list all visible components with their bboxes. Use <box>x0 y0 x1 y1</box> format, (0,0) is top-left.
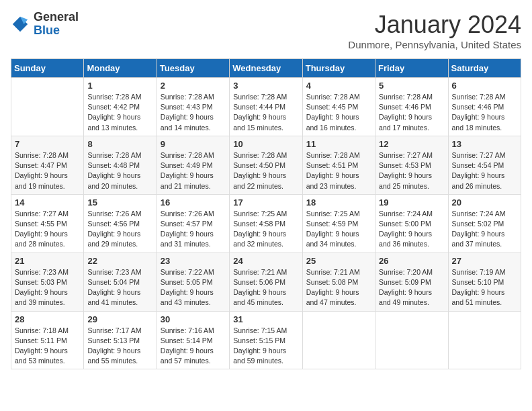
sunrise: Sunrise: 7:25 AM <box>306 210 360 218</box>
sunrise: Sunrise: 7:28 AM <box>233 151 287 159</box>
daylight: Daylight: 9 hours and 25 minutes. <box>379 171 432 189</box>
week-row-4: 28 Sunrise: 7:18 AM Sunset: 5:11 PM Dayl… <box>11 311 521 369</box>
sunrise: Sunrise: 7:16 AM <box>161 326 214 334</box>
day-number: 20 <box>452 197 517 208</box>
day-number: 3 <box>233 81 298 91</box>
cell-info: Sunrise: 7:28 AM Sunset: 4:50 PM Dayligh… <box>233 150 298 191</box>
daylight: Daylight: 9 hours and 13 minutes. <box>87 113 140 131</box>
cell-info: Sunrise: 7:23 AM Sunset: 5:04 PM Dayligh… <box>87 267 152 308</box>
day-number: 19 <box>379 197 444 208</box>
sunrise: Sunrise: 7:25 AM <box>233 210 287 218</box>
calendar-cell: 29 Sunrise: 7:17 AM Sunset: 5:13 PM Dayl… <box>84 311 157 369</box>
day-number: 17 <box>233 197 298 208</box>
daylight: Daylight: 9 hours and 22 minutes. <box>233 171 286 189</box>
calendar-cell: 3 Sunrise: 7:28 AM Sunset: 4:44 PM Dayli… <box>230 78 302 136</box>
weekday-header-monday: Monday <box>84 59 157 78</box>
sunset: Sunset: 4:48 PM <box>87 161 140 169</box>
cell-info: Sunrise: 7:28 AM Sunset: 4:44 PM Dayligh… <box>233 92 298 133</box>
day-number: 5 <box>379 81 444 91</box>
sunset: Sunset: 5:08 PM <box>306 278 359 286</box>
cell-info: Sunrise: 7:25 AM Sunset: 4:58 PM Dayligh… <box>233 209 298 250</box>
calendar-cell: 20 Sunrise: 7:24 AM Sunset: 5:02 PM Dayl… <box>448 194 521 253</box>
day-number: 22 <box>87 256 152 266</box>
calendar-cell: 22 Sunrise: 7:23 AM Sunset: 5:04 PM Dayl… <box>84 253 157 311</box>
week-row-3: 21 Sunrise: 7:23 AM Sunset: 5:03 PM Dayl… <box>11 253 521 311</box>
cell-info: Sunrise: 7:27 AM Sunset: 4:54 PM Dayligh… <box>452 150 517 191</box>
calendar-cell: 23 Sunrise: 7:22 AM Sunset: 5:05 PM Dayl… <box>157 253 229 311</box>
calendar-cell: 17 Sunrise: 7:25 AM Sunset: 4:58 PM Dayl… <box>230 194 302 253</box>
sunset: Sunset: 5:10 PM <box>452 278 504 286</box>
sunrise: Sunrise: 7:19 AM <box>452 268 506 276</box>
daylight: Daylight: 9 hours and 21 minutes. <box>161 171 214 189</box>
day-number: 13 <box>452 139 517 149</box>
calendar-cell <box>11 78 84 136</box>
calendar-cell: 25 Sunrise: 7:21 AM Sunset: 5:08 PM Dayl… <box>302 253 375 311</box>
location: Dunmore, Pennsylvania, United States <box>348 39 521 50</box>
day-number: 21 <box>15 256 80 266</box>
cell-info: Sunrise: 7:27 AM Sunset: 4:55 PM Dayligh… <box>15 209 80 250</box>
cell-info: Sunrise: 7:17 AM Sunset: 5:13 PM Dayligh… <box>87 326 152 367</box>
title-block: January 2024 Dunmore, Pennsylvania, Unit… <box>348 11 521 50</box>
cell-info: Sunrise: 7:19 AM Sunset: 5:10 PM Dayligh… <box>452 267 517 308</box>
daylight: Daylight: 9 hours and 43 minutes. <box>161 288 214 306</box>
logo-text: General Blue <box>34 11 79 38</box>
cell-info: Sunrise: 7:21 AM Sunset: 5:08 PM Dayligh… <box>306 267 371 308</box>
sunset: Sunset: 5:06 PM <box>233 278 285 286</box>
sunset: Sunset: 4:49 PM <box>161 161 213 169</box>
cell-info: Sunrise: 7:28 AM Sunset: 4:46 PM Dayligh… <box>452 92 517 133</box>
calendar-cell <box>448 311 521 369</box>
sunrise: Sunrise: 7:24 AM <box>379 210 433 218</box>
calendar-cell: 14 Sunrise: 7:27 AM Sunset: 4:55 PM Dayl… <box>11 194 84 253</box>
calendar-cell: 2 Sunrise: 7:28 AM Sunset: 4:43 PM Dayli… <box>157 78 229 136</box>
day-number: 4 <box>306 81 371 91</box>
day-number: 12 <box>379 139 444 149</box>
daylight: Daylight: 9 hours and 15 minutes. <box>233 113 286 131</box>
sunset: Sunset: 5:02 PM <box>452 220 504 228</box>
logo-general: General <box>34 11 79 24</box>
day-number: 2 <box>161 81 226 91</box>
sunrise: Sunrise: 7:28 AM <box>15 151 69 159</box>
cell-info: Sunrise: 7:28 AM Sunset: 4:46 PM Dayligh… <box>379 92 444 133</box>
sunset: Sunset: 4:57 PM <box>161 220 213 228</box>
day-number: 6 <box>452 81 517 91</box>
daylight: Daylight: 9 hours and 36 minutes. <box>379 230 432 248</box>
logo: General Blue <box>11 11 79 38</box>
sunrise: Sunrise: 7:28 AM <box>233 93 287 101</box>
sunset: Sunset: 4:47 PM <box>15 161 67 169</box>
calendar-cell: 6 Sunrise: 7:28 AM Sunset: 4:46 PM Dayli… <box>448 78 521 136</box>
cell-info: Sunrise: 7:21 AM Sunset: 5:06 PM Dayligh… <box>233 267 298 308</box>
calendar-cell: 7 Sunrise: 7:28 AM Sunset: 4:47 PM Dayli… <box>11 136 84 194</box>
day-number: 7 <box>15 139 80 149</box>
daylight: Daylight: 9 hours and 17 minutes. <box>379 113 432 131</box>
calendar-cell: 15 Sunrise: 7:26 AM Sunset: 4:56 PM Dayl… <box>84 194 157 253</box>
daylight: Daylight: 9 hours and 47 minutes. <box>306 288 359 306</box>
sunset: Sunset: 4:46 PM <box>452 103 504 111</box>
sunrise: Sunrise: 7:21 AM <box>306 268 360 276</box>
sunrise: Sunrise: 7:28 AM <box>87 93 141 101</box>
daylight: Daylight: 9 hours and 32 minutes. <box>233 230 286 248</box>
daylight: Daylight: 9 hours and 26 minutes. <box>452 171 505 189</box>
sunset: Sunset: 5:14 PM <box>161 336 213 345</box>
day-number: 14 <box>15 197 80 208</box>
calendar-cell: 11 Sunrise: 7:28 AM Sunset: 4:51 PM Dayl… <box>302 136 375 194</box>
sunset: Sunset: 4:43 PM <box>161 103 213 111</box>
day-number: 30 <box>161 314 226 324</box>
sunrise: Sunrise: 7:26 AM <box>161 210 214 218</box>
calendar-cell: 18 Sunrise: 7:25 AM Sunset: 4:59 PM Dayl… <box>302 194 375 253</box>
calendar-cell: 4 Sunrise: 7:28 AM Sunset: 4:45 PM Dayli… <box>302 78 375 136</box>
sunrise: Sunrise: 7:21 AM <box>233 268 287 276</box>
calendar-cell: 30 Sunrise: 7:16 AM Sunset: 5:14 PM Dayl… <box>157 311 229 369</box>
daylight: Daylight: 9 hours and 14 minutes. <box>161 113 214 131</box>
calendar-cell <box>302 311 375 369</box>
day-number: 11 <box>306 139 371 149</box>
calendar-cell: 24 Sunrise: 7:21 AM Sunset: 5:06 PM Dayl… <box>230 253 302 311</box>
day-number: 27 <box>452 256 517 266</box>
sunrise: Sunrise: 7:27 AM <box>15 210 69 218</box>
weekday-header-saturday: Saturday <box>448 59 521 78</box>
daylight: Daylight: 9 hours and 34 minutes. <box>306 230 359 248</box>
day-number: 28 <box>15 314 80 324</box>
cell-info: Sunrise: 7:28 AM Sunset: 4:45 PM Dayligh… <box>306 92 371 133</box>
daylight: Daylight: 9 hours and 39 minutes. <box>15 288 68 306</box>
cell-info: Sunrise: 7:20 AM Sunset: 5:09 PM Dayligh… <box>379 267 444 308</box>
sunrise: Sunrise: 7:27 AM <box>379 151 433 159</box>
